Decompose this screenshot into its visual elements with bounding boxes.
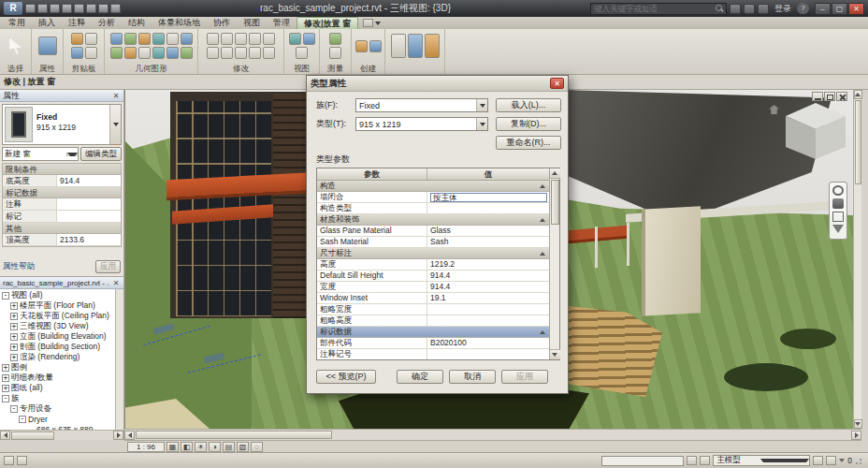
measure-tool-icon[interactable] — [329, 33, 341, 45]
scroll-right-icon[interactable] — [113, 431, 123, 440]
panel-label-modify[interactable]: 修改 — [198, 63, 283, 74]
tree-item-families[interactable]: -族 — [0, 393, 123, 403]
tree-label[interactable]: Dryer — [28, 415, 48, 424]
scrollbar-thumb[interactable] — [11, 431, 54, 440]
search-icon[interactable] — [716, 5, 723, 12]
override-graphics-icon[interactable] — [303, 33, 315, 45]
tree-item-dryer[interactable]: -Dryer — [0, 414, 123, 424]
browser-horizontal-scrollbar[interactable] — [0, 430, 123, 440]
tree-toggle[interactable]: + — [10, 333, 18, 341]
print-icon[interactable] — [74, 4, 84, 13]
paste-icon[interactable] — [71, 33, 83, 45]
mirror-icon[interactable] — [263, 33, 275, 45]
tree-toggle[interactable]: + — [2, 374, 9, 382]
geometry-tool3-icon[interactable] — [166, 47, 179, 59]
active-workset-combo[interactable]: 主模型 — [713, 455, 810, 466]
create-similar-icon[interactable] — [369, 40, 382, 52]
open-icon[interactable] — [25, 4, 36, 13]
type-combo[interactable]: 915 x 1219 — [355, 117, 488, 131]
rotate-icon[interactable] — [207, 47, 219, 59]
tab-analyze[interactable]: 分析 — [92, 17, 122, 29]
split-icon[interactable] — [235, 47, 247, 59]
split-face-icon[interactable] — [124, 47, 137, 59]
parameter-row[interactable]: 粗略宽度 — [317, 304, 549, 315]
tab-annotate[interactable]: 注释 — [62, 17, 92, 29]
parameter-row[interactable]: Default Sill Height914.4 — [317, 271, 549, 282]
scroll-down-icon[interactable] — [550, 349, 560, 359]
parameter-group-materials[interactable]: 材质和装饰 — [317, 214, 549, 226]
panel-label-properties[interactable]: 属性 — [32, 63, 63, 74]
cut-icon[interactable] — [85, 33, 97, 45]
subscription-center-icon[interactable] — [730, 4, 741, 14]
show-crop-icon[interactable]: ▧ — [237, 442, 249, 452]
panel-label-view[interactable]: 视图 — [284, 63, 319, 74]
parameter-group-construction[interactable]: 构造 — [317, 181, 549, 192]
sun-path-icon[interactable]: ☀ — [195, 442, 207, 452]
selection-filter-count[interactable]: 0 — [847, 456, 852, 465]
tree-item-views[interactable]: -视图 (all) — [0, 290, 123, 300]
scroll-left-icon[interactable] — [0, 431, 10, 440]
properties-icon[interactable] — [38, 37, 57, 55]
tree-label[interactable]: 三维视图 (3D View) — [20, 321, 89, 331]
tree-toggle[interactable]: + — [2, 385, 9, 392]
create-group-icon[interactable] — [355, 40, 368, 52]
array-icon[interactable] — [249, 47, 261, 59]
tab-home[interactable]: 常用 — [2, 17, 32, 29]
view-cube[interactable] — [782, 103, 849, 176]
pan-icon[interactable] — [832, 198, 844, 209]
tree-label[interactable]: 视图 (all) — [11, 290, 43, 300]
parameter-row[interactable]: Glass Pane MaterialGlass — [317, 226, 549, 237]
align-icon[interactable] — [207, 33, 219, 45]
3d-view-icon[interactable] — [98, 4, 108, 13]
tree-item-specialty-equipment[interactable]: -专用设备 — [0, 403, 123, 414]
scrollbar-thumb[interactable] — [136, 431, 332, 439]
dimension-icon[interactable] — [329, 47, 341, 59]
tree-label[interactable]: 天花板平面 (Ceiling Plan) — [20, 311, 109, 321]
tree-toggle[interactable]: - — [2, 292, 9, 300]
tree-toggle[interactable]: + — [10, 344, 18, 351]
parameter-row[interactable]: 注释记号 — [317, 349, 549, 359]
temporary-hide-icon[interactable]: ◌ — [251, 442, 263, 452]
redo-icon[interactable] — [62, 4, 72, 13]
tree-toggle[interactable]: + — [10, 313, 18, 320]
load-family-icon[interactable] — [391, 34, 406, 58]
type-selector-dropdown[interactable] — [109, 105, 121, 144]
sign-in-label[interactable]: 登录 — [772, 3, 794, 15]
scroll-right-icon[interactable] — [851, 431, 861, 440]
detail-level-icon[interactable]: ▦ — [166, 442, 179, 452]
dialog-close-button[interactable]: ✕ — [550, 78, 564, 89]
duplicate-button[interactable]: 复制(D)... — [496, 117, 561, 131]
requests-icon[interactable] — [17, 456, 27, 465]
tree-label[interactable]: 渲染 (Rendering) — [20, 352, 80, 362]
sync-icon[interactable] — [110, 4, 121, 13]
property-value[interactable]: 914.4 — [57, 175, 121, 186]
parameter-group-dimensions[interactable]: 尺寸标注 — [317, 248, 549, 259]
save-icon[interactable] — [37, 4, 48, 13]
load-button[interactable]: 载入(L)... — [496, 98, 561, 112]
properties-header[interactable]: 属性 ✕ — [0, 90, 123, 102]
type-combo-dropdown[interactable] — [476, 118, 487, 130]
help-icon[interactable]: ? — [797, 3, 809, 14]
properties-filter-combo[interactable]: 新建 窗 — [2, 147, 79, 161]
tree-label[interactable]: 专用设备 — [20, 403, 51, 414]
resize-grip[interactable] — [855, 456, 864, 465]
panel-label-select[interactable]: 选择 — [0, 63, 31, 74]
panel-label-measure[interactable]: 测量 — [320, 63, 351, 74]
panel-label-geometry[interactable]: 几何图形 — [105, 63, 197, 74]
offset-icon[interactable] — [235, 33, 247, 45]
beam-joins-icon[interactable] — [166, 33, 179, 45]
tab-insert[interactable]: 插入 — [32, 17, 62, 29]
edit-type-button[interactable]: 编辑类型 — [80, 147, 122, 161]
view-restore-button[interactable] — [824, 92, 835, 101]
canvas-vertical-scrollbar[interactable] — [853, 90, 861, 429]
parameter-row[interactable]: Window Inset19.1 — [317, 293, 549, 304]
visual-style-icon[interactable]: ◧ — [181, 442, 193, 452]
scale-icon[interactable] — [263, 47, 275, 59]
tree-item-ceiling-plan[interactable]: +天花板平面 (Ceiling Plan) — [0, 311, 123, 321]
filter-icon[interactable] — [839, 459, 845, 462]
tag-on-placement-icon[interactable] — [425, 34, 440, 58]
tree-item-3d-view[interactable]: +三维视图 (3D View) — [0, 321, 123, 331]
tree-item-schedules[interactable]: +明细表/数量 — [0, 373, 123, 383]
parameter-row[interactable]: 粗略高度 — [317, 315, 549, 327]
tree-item-sheets[interactable]: +图纸 (all) — [0, 383, 123, 393]
